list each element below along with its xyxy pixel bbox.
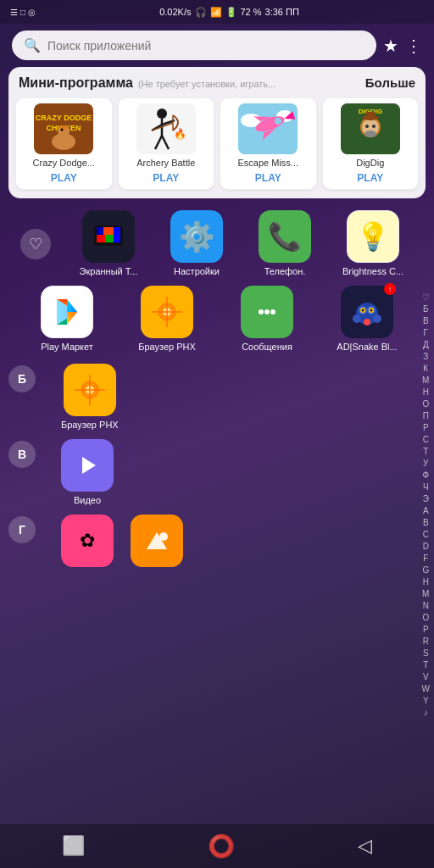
wifi-icon: 📶: [210, 7, 222, 18]
app-item-video[interactable]: Видео: [61, 439, 114, 506]
alpha-T[interactable]: T: [420, 659, 431, 671]
alpha-о[interactable]: О: [420, 398, 431, 410]
mini-programs-section: Мини-программа (Не требует установки, иг…: [8, 67, 426, 198]
alpha-O[interactable]: O: [420, 612, 431, 624]
alpha-D[interactable]: D: [420, 541, 431, 553]
game-card-crazy-dodge[interactable]: CRAZY DODGE CHICKEN Crazy Dodge... PLAY: [15, 97, 113, 190]
location-icon: ◎: [28, 8, 36, 17]
alpha-M[interactable]: M: [420, 588, 431, 600]
svg-rect-37: [114, 227, 120, 242]
battery-icon: 🔋: [225, 7, 237, 18]
game-card-escape[interactable]: Escape Miss... PLAY: [220, 97, 317, 190]
app-item-playstore[interactable]: Play Маркет: [20, 286, 114, 353]
alpha-м[interactable]: М: [420, 375, 431, 387]
sim-icon: □: [20, 8, 25, 17]
nav-home-button[interactable]: ⭕: [208, 833, 235, 860]
alpha-C[interactable]: C: [420, 529, 431, 541]
notification-icon: ☰: [10, 8, 18, 17]
app-item-snake[interactable]: ! AD|Snake Bl...: [320, 286, 414, 353]
alpha-п[interactable]: П: [420, 410, 431, 422]
app-label-brightness: Brightness C...: [342, 266, 403, 277]
alpha-V[interactable]: V: [420, 671, 431, 683]
alpha-B[interactable]: B: [420, 517, 431, 529]
alpha-к[interactable]: К: [420, 363, 431, 375]
alpha-Y[interactable]: Y: [420, 695, 431, 707]
alpha-R[interactable]: R: [420, 636, 431, 648]
app-item-phone[interactable]: 📞 Телефон.: [244, 210, 326, 277]
app-icon-playstore: [41, 286, 93, 338]
app-item-flower[interactable]: ✿: [61, 515, 114, 570]
time: 3:36 ПП: [265, 7, 299, 17]
alpha-н[interactable]: Н: [420, 387, 431, 398]
game-play-archery[interactable]: PLAY: [153, 172, 179, 184]
app-item-browser-phx-б[interactable]: Браузер PHX: [61, 364, 119, 431]
alpha-H[interactable]: H: [420, 576, 431, 588]
app-label-messages: Сообщения: [242, 342, 292, 353]
alpha-д[interactable]: Д: [420, 339, 431, 351]
nav-back-button[interactable]: ◁: [358, 835, 372, 857]
section-б: Б Браузер PHX: [0, 357, 434, 432]
alpha-з[interactable]: З: [420, 351, 431, 363]
alpha-S[interactable]: S: [420, 648, 431, 659]
svg-point-8: [157, 108, 167, 119]
alpha-у[interactable]: У: [420, 458, 431, 470]
game-play-digdig[interactable]: PLAY: [357, 172, 383, 184]
alpha-с[interactable]: С: [420, 434, 431, 446]
headphone-icon: 🎧: [195, 7, 207, 18]
game-card-archery[interactable]: 🔥 Archery Battle PLAY: [118, 97, 215, 190]
search-bar[interactable]: 🔍: [12, 31, 376, 60]
app-icon-browser-phx-б: [64, 364, 116, 416]
game-play-crazy-dodge[interactable]: PLAY: [51, 172, 77, 184]
game-icon-escape: [238, 103, 298, 154]
archery-stickman-icon: 🔥: [136, 103, 196, 154]
alpha-a[interactable]: А: [420, 505, 431, 517]
search-bar-container: 🔍 ★ ⋮: [0, 24, 434, 67]
app-label-video: Видео: [74, 495, 101, 506]
svg-point-32: [372, 125, 376, 128]
game-play-escape[interactable]: PLAY: [255, 172, 281, 184]
alpha-в[interactable]: В: [420, 315, 431, 327]
mini-more-button[interactable]: Больше: [365, 75, 415, 90]
search-icon: 🔍: [24, 37, 41, 53]
favorites-icon[interactable]: ★: [383, 36, 398, 56]
fav-button[interactable]: ♡: [20, 229, 51, 259]
mini-header: Мини-программа (Не требует установки, иг…: [15, 75, 419, 97]
nav-recents-button[interactable]: ⬜: [62, 835, 85, 857]
battery-percent: 72 %: [241, 7, 262, 17]
alpha-р[interactable]: Р: [420, 422, 431, 434]
alpha-г[interactable]: Г: [421, 327, 431, 339]
alpha-note[interactable]: ♪: [421, 707, 431, 719]
game-name-escape: Escape Miss...: [237, 158, 298, 169]
app-item-messages[interactable]: Сообщения: [220, 286, 314, 353]
alpha-heart[interactable]: ♡: [420, 292, 432, 303]
alpha-G[interactable]: G: [420, 565, 431, 576]
app-grid-row2: Play Маркет Браузер PHX Сообщения: [0, 279, 434, 356]
app-label-browser-phx-б: Браузер PHX: [61, 420, 119, 431]
svg-text:🔥: 🔥: [174, 127, 186, 140]
app-item-browser-phx[interactable]: Браузер PHX: [120, 286, 214, 353]
heart-icon: ♡: [29, 235, 42, 253]
alpha-ч[interactable]: Ч: [420, 481, 431, 493]
nav-bar: ⬜ ⭕ ◁: [0, 824, 434, 868]
app-icon-phone: 📞: [259, 210, 311, 263]
game-card-digdig[interactable]: DIGDIG DigD: [322, 97, 420, 190]
more-options-icon[interactable]: ⋮: [405, 36, 422, 56]
alpha-N[interactable]: N: [420, 600, 431, 612]
alphabet-index: ♡ Б В Г Д З К М Н О П Р С Т У Ф Ч Э А B …: [418, 288, 434, 722]
search-input[interactable]: [47, 39, 364, 53]
app-item-gallery[interactable]: [131, 515, 183, 570]
app-item-tv[interactable]: Экранный Т...: [68, 210, 149, 277]
alpha-F[interactable]: F: [420, 553, 431, 565]
app-item-brightness[interactable]: 💡 Brightness C...: [332, 210, 414, 277]
app-icon-tv: [82, 210, 135, 263]
app-item-settings[interactable]: ⚙️ Настройки: [156, 210, 237, 277]
svg-point-31: [365, 125, 369, 128]
app-label-browser-phx: Браузер PHX: [138, 342, 196, 353]
alpha-э[interactable]: Э: [420, 493, 431, 505]
alpha-ф[interactable]: Ф: [420, 470, 431, 481]
alpha-W[interactable]: W: [420, 683, 432, 695]
app-label-settings: Настройки: [174, 266, 220, 277]
alpha-т[interactable]: Т: [420, 446, 431, 458]
alpha-P[interactable]: P: [420, 624, 431, 636]
alpha-б[interactable]: Б: [420, 303, 431, 315]
